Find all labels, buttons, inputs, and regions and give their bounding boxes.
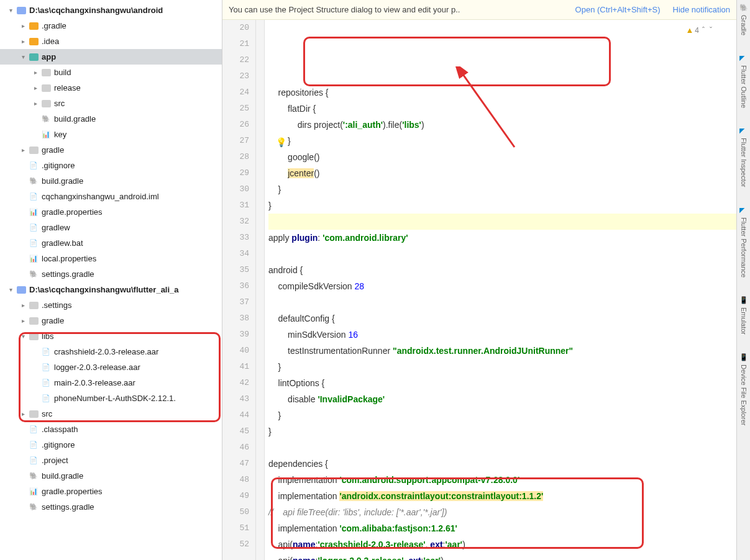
tree-item[interactable]: ▸gradle bbox=[0, 313, 222, 328]
tree-item[interactable]: 🐘settings.gradle bbox=[0, 266, 222, 282]
file-icon: 📄 bbox=[41, 378, 51, 388]
tree-item[interactable]: ▸.gradle bbox=[0, 18, 222, 34]
tree-item[interactable]: ▸build bbox=[0, 65, 222, 80]
fold-column[interactable] bbox=[256, 20, 265, 560]
file-icon: 📄 bbox=[29, 238, 39, 248]
file-icon: 📄 bbox=[29, 440, 39, 450]
file-icon: 📄 bbox=[29, 192, 39, 202]
rail-gradle[interactable]: 🐘Gradle bbox=[739, 4, 748, 35]
tree-root-flutter[interactable]: ▾ D:\as\cqchangxinshangwu\flutter_ali_a bbox=[0, 282, 222, 297]
emulator-icon: 📱 bbox=[739, 296, 748, 305]
tree-item[interactable]: ▸release bbox=[0, 80, 222, 96]
tree-item[interactable]: 📊local.properties bbox=[0, 251, 222, 266]
tree-item[interactable]: 📄logger-2.0.3-release.aar bbox=[0, 359, 222, 375]
warning-icon: ▲ bbox=[685, 22, 693, 38]
file-icon: 📄 bbox=[41, 347, 51, 357]
tree-item[interactable]: ▸src bbox=[0, 406, 222, 422]
notification-message: You can use the Project Structure dialog… bbox=[229, 5, 573, 14]
rail-flutter-outline[interactable]: ◤Flutter Outline bbox=[739, 54, 748, 108]
rail-emulator[interactable]: 📱Emulator bbox=[739, 296, 748, 335]
tree-item-app[interactable]: ▾app bbox=[0, 49, 222, 65]
tree-root-android[interactable]: ▾ D:\as\cqchangxinshangwu\android bbox=[0, 2, 222, 18]
gradle-icon: 🐘 bbox=[29, 502, 39, 512]
tree-item[interactable]: 🐘build.gradle bbox=[0, 468, 222, 484]
code-content[interactable]: ▲ 4 ˆ ˇ repositories { flatDir { dirs pr… bbox=[265, 20, 736, 560]
file-icon: 📄 bbox=[29, 161, 39, 171]
tree-item[interactable]: ▸gradle bbox=[0, 142, 222, 158]
tree-item[interactable]: ▸.idea bbox=[0, 34, 222, 49]
rail-flutter-inspector[interactable]: ◤Flutter Inspector bbox=[739, 127, 748, 187]
tree-item[interactable]: ▸src bbox=[0, 96, 222, 111]
tree-item[interactable]: 📄.project bbox=[0, 453, 222, 468]
notification-bar: You can use the Project Structure dialog… bbox=[222, 0, 736, 20]
flutter-icon: ◤ bbox=[739, 54, 748, 63]
notification-open-link[interactable]: Open (Ctrl+Alt+Shift+S) bbox=[575, 5, 661, 14]
next-highlight[interactable]: ˇ bbox=[708, 22, 714, 38]
tree-item-libs[interactable]: ▾libs bbox=[0, 328, 222, 344]
tree-item[interactable]: 🐘build.gradle bbox=[0, 111, 222, 127]
tree-item[interactable]: 📄.gitignore bbox=[0, 437, 222, 453]
line-gutter: 2021222324252627282930313233343536373839… bbox=[222, 20, 256, 560]
tree-item[interactable]: 📄crashshield-2.0.3-release.aar bbox=[0, 344, 222, 359]
tree-item[interactable]: 📊gradle.properties bbox=[0, 204, 222, 220]
tree-item[interactable]: ▸.settings bbox=[0, 297, 222, 313]
rail-device-file-explorer[interactable]: 📱Device File Explorer bbox=[739, 353, 748, 425]
tree-item[interactable]: 📄phoneNumber-L-AuthSDK-2.12.1. bbox=[0, 391, 222, 406]
tree-item[interactable]: 📄main-2.0.3-release.aar bbox=[0, 375, 222, 391]
notification-hide-link[interactable]: Hide notification bbox=[673, 5, 731, 14]
tree-item[interactable]: 📄.gitignore bbox=[0, 158, 222, 173]
file-icon: 📄 bbox=[41, 363, 51, 373]
tree-item[interactable]: 🐘build.gradle bbox=[0, 173, 222, 189]
rail-flutter-performance[interactable]: ◤Flutter Performance bbox=[739, 206, 748, 278]
file-icon: 📄 bbox=[41, 394, 51, 404]
flutter-icon: ◤ bbox=[739, 127, 748, 135]
tree-item[interactable]: 📄gradlew bbox=[0, 220, 222, 235]
editor: You can use the Project Structure dialog… bbox=[222, 0, 736, 560]
gradle-icon: 🐘 bbox=[739, 4, 748, 12]
gradle-icon: 🐘 bbox=[29, 471, 39, 481]
props-icon: 📊 bbox=[29, 254, 39, 264]
tree-item[interactable]: 📄.classpath bbox=[0, 422, 222, 437]
right-tool-rail: 🐘Gradle ◤Flutter Outline ◤Flutter Inspec… bbox=[736, 0, 750, 560]
file-icon: 📄 bbox=[29, 425, 39, 435]
code-editor[interactable]: 2021222324252627282930313233343536373839… bbox=[222, 20, 736, 560]
props-icon: 📊 bbox=[29, 207, 39, 217]
tree-item[interactable]: 📄gradlew.bat bbox=[0, 235, 222, 251]
tree-item[interactable]: 📊gradle.properties bbox=[0, 484, 222, 499]
flutter-icon: ◤ bbox=[739, 206, 748, 215]
gradle-icon: 🐘 bbox=[41, 114, 51, 124]
project-tree[interactable]: ▾ D:\as\cqchangxinshangwu\android ▸.grad… bbox=[0, 0, 222, 560]
file-icon: 📄 bbox=[29, 223, 39, 233]
prev-highlight[interactable]: ˆ bbox=[700, 22, 707, 38]
props-icon: 📊 bbox=[29, 487, 39, 497]
tree-item[interactable]: 🐘settings.gradle bbox=[0, 499, 222, 515]
intention-bulb-icon[interactable]: 💡 bbox=[276, 134, 286, 150]
file-icon: 📄 bbox=[29, 456, 39, 466]
tree-item[interactable]: 📊key bbox=[0, 127, 222, 142]
device-icon: 📱 bbox=[739, 353, 748, 362]
tree-item[interactable]: 📄cqchangxinshangwu_android.iml bbox=[0, 189, 222, 204]
inspection-widget[interactable]: ▲ 4 ˆ ˇ bbox=[685, 22, 714, 38]
gradle-icon: 🐘 bbox=[29, 269, 39, 279]
gradle-icon: 🐘 bbox=[29, 176, 39, 186]
key-icon: 📊 bbox=[41, 130, 51, 140]
